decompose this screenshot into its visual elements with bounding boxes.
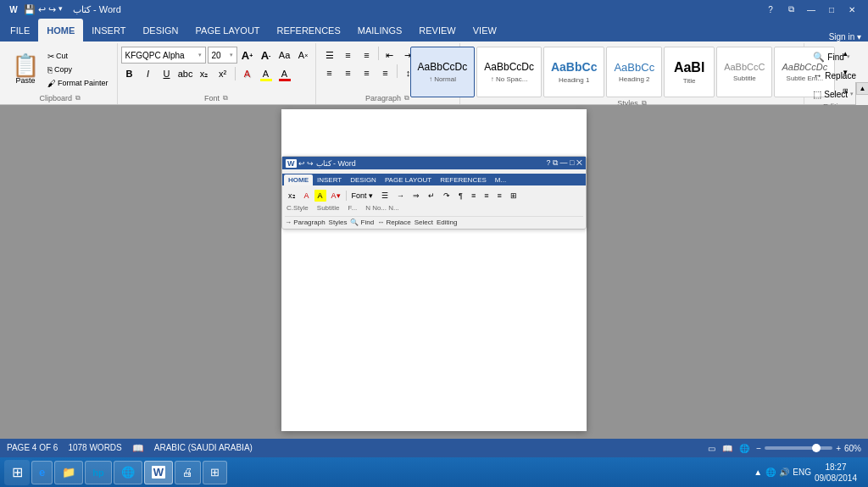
style-heading2[interactable]: AaBbCc Heading 2 xyxy=(606,47,662,97)
redo-icon[interactable]: ↪ xyxy=(48,4,56,15)
highlight-color-button[interactable]: A xyxy=(258,65,275,82)
mini-subscript-btn[interactable]: x₂ xyxy=(285,190,299,202)
clipboard-expand-icon[interactable]: ⧉ xyxy=(75,94,81,102)
mini-more[interactable]: ⊞ xyxy=(507,190,520,202)
clear-formatting-button[interactable]: A× xyxy=(295,47,312,64)
multilevel-list-button[interactable]: ≡ xyxy=(359,47,376,64)
align-center-button[interactable]: ≡ xyxy=(340,64,357,81)
mini-font-color-btn[interactable]: A▾ xyxy=(328,190,344,202)
font-color-button[interactable]: A xyxy=(276,65,293,82)
taskbar-word[interactable]: W xyxy=(144,461,173,484)
mini-tab-page-layout[interactable]: PAGE LAYOUT xyxy=(381,174,436,185)
font-shrink-button[interactable]: A- xyxy=(258,47,275,64)
zoom-slider[interactable] xyxy=(765,446,832,450)
zoom-in-button[interactable]: + xyxy=(836,444,841,453)
style-heading1[interactable]: AaBbCc Heading 1 xyxy=(543,47,604,97)
select-button[interactable]: ⬚ Select ▾ xyxy=(810,86,857,102)
sign-in-button[interactable]: Sign in ▾ xyxy=(829,32,868,42)
clock[interactable]: 18:27 09/08/2014 xyxy=(815,462,857,484)
help-icon[interactable]: ? xyxy=(761,0,780,19)
format-painter-button[interactable]: 🖌 Format Painter xyxy=(44,77,112,90)
numbering-button[interactable]: ≡ xyxy=(340,47,357,64)
tab-view[interactable]: VIEW xyxy=(465,19,505,42)
decrease-indent-button[interactable]: ⇤ xyxy=(381,47,398,64)
tab-home[interactable]: HOME xyxy=(38,19,83,42)
replace-button[interactable]: ↔ Replace xyxy=(810,67,860,84)
mini-ltr-btn[interactable]: ↷ xyxy=(440,190,453,202)
mini-font-name[interactable]: Font ▾ xyxy=(348,190,377,202)
mini-list-btn[interactable]: → xyxy=(393,190,408,202)
font-grow-button[interactable]: A+ xyxy=(239,47,256,64)
align-right-button[interactable]: ≡ xyxy=(359,64,376,81)
copy-button[interactable]: ⎘ Copy xyxy=(44,64,112,76)
bold-button[interactable]: B xyxy=(121,65,138,82)
mini-tab-more[interactable]: M... xyxy=(491,174,510,185)
style-subtitle[interactable]: AaBbCcC Subtitle xyxy=(716,47,772,97)
paragraph-expand-icon[interactable]: ⧉ xyxy=(404,94,409,102)
style-title[interactable]: AaBl Title xyxy=(664,47,715,97)
font-size-selector[interactable]: 20 ▾ xyxy=(208,47,237,64)
font-name-selector[interactable]: KFGQPC Alpha ▾ xyxy=(121,47,206,64)
tab-file[interactable]: FILE xyxy=(2,19,38,42)
mini-bullet-btn[interactable]: ☰ xyxy=(378,190,392,202)
cut-button[interactable]: ✂ Cut xyxy=(44,50,112,63)
lang-indicator[interactable]: ENG xyxy=(793,468,811,477)
zoom-out-button[interactable]: − xyxy=(756,444,761,453)
tab-insert[interactable]: INSERT xyxy=(83,19,134,42)
paste-button[interactable]: 📋 Paste xyxy=(8,54,42,85)
find-button[interactable]: 🔍 Find ▾ xyxy=(810,48,853,65)
mini-show-marks[interactable]: ¶ xyxy=(455,190,466,202)
subscript-button[interactable]: x₂ xyxy=(196,65,213,82)
mini-text-color-btn[interactable]: A xyxy=(301,190,313,202)
change-case-button[interactable]: Aa xyxy=(276,47,293,64)
text-effects-button[interactable]: A xyxy=(239,65,256,82)
scroll-up-button[interactable]: ▲ xyxy=(856,82,868,95)
network-icon[interactable]: 🌐 xyxy=(765,468,776,477)
mini-rtl-btn[interactable]: ↵ xyxy=(425,190,438,202)
mini-tab-design[interactable]: DESIGN xyxy=(346,174,381,185)
view-web-icon[interactable]: 🌐 xyxy=(739,444,749,453)
taskbar-printer[interactable]: 🖨 xyxy=(175,461,201,484)
customize-icon[interactable]: ▾ xyxy=(58,4,63,15)
start-button[interactable]: ⊞ xyxy=(4,460,30,485)
tab-references[interactable]: REFERENCES xyxy=(269,19,349,42)
mini-align1[interactable]: ≡ xyxy=(468,190,479,202)
mini-align2[interactable]: ≡ xyxy=(481,190,492,202)
mini-tab-home[interactable]: HOME xyxy=(284,174,313,185)
proofing-icon[interactable]: 📖 xyxy=(132,443,144,454)
minimize-button[interactable]: — xyxy=(802,0,821,19)
tab-page-layout[interactable]: PAGE LAYOUT xyxy=(187,19,269,42)
superscript-button[interactable]: x² xyxy=(214,65,231,82)
italic-button[interactable]: I xyxy=(140,65,157,82)
taskbar-ie[interactable]: e xyxy=(31,461,53,484)
underline-button[interactable]: U xyxy=(159,65,175,82)
view-read-icon[interactable]: 📖 xyxy=(722,444,732,453)
tab-review[interactable]: REVIEW xyxy=(410,19,464,42)
taskbar-explorer[interactable]: 📁 xyxy=(54,461,83,484)
font-expand-icon[interactable]: ⧉ xyxy=(223,94,228,102)
style-normal[interactable]: AaBbCcDc ↑ Normal xyxy=(410,47,476,97)
mini-tab-insert[interactable]: INSERT xyxy=(313,174,346,185)
view-normal-icon[interactable]: ▭ xyxy=(708,444,715,453)
tab-design[interactable]: DESIGN xyxy=(134,19,186,42)
mini-tab-references[interactable]: REFERENCES xyxy=(436,174,491,185)
mini-highlight-btn[interactable]: A xyxy=(314,190,326,202)
strikethrough-button[interactable]: abc xyxy=(177,65,194,82)
sound-icon[interactable]: 🔊 xyxy=(779,468,789,477)
restore-icon[interactable]: ⧉ xyxy=(782,0,800,19)
justify-button[interactable]: ≡ xyxy=(377,64,394,81)
show-hidden-icons[interactable]: ▲ xyxy=(754,468,762,477)
bullets-button[interactable]: ☰ xyxy=(321,47,338,64)
taskbar-hp[interactable]: hp xyxy=(85,461,111,484)
mini-list2-btn[interactable]: ⇒ xyxy=(409,190,423,202)
mini-spacing[interactable]: ≡ xyxy=(493,190,504,202)
save-icon[interactable]: 💾 xyxy=(24,4,36,15)
taskbar-chrome[interactable]: 🌐 xyxy=(114,461,142,484)
maximize-button[interactable]: □ xyxy=(822,0,841,19)
tab-mailings[interactable]: MAILINGS xyxy=(349,19,411,42)
style-no-spacing[interactable]: AaBbCcDc ↑ No Spac... xyxy=(476,47,542,97)
taskbar-files2[interactable]: ⊞ xyxy=(203,461,227,484)
close-button[interactable]: ✕ xyxy=(843,0,861,19)
undo-icon[interactable]: ↩ xyxy=(38,4,46,15)
align-left-button[interactable]: ≡ xyxy=(321,64,338,81)
